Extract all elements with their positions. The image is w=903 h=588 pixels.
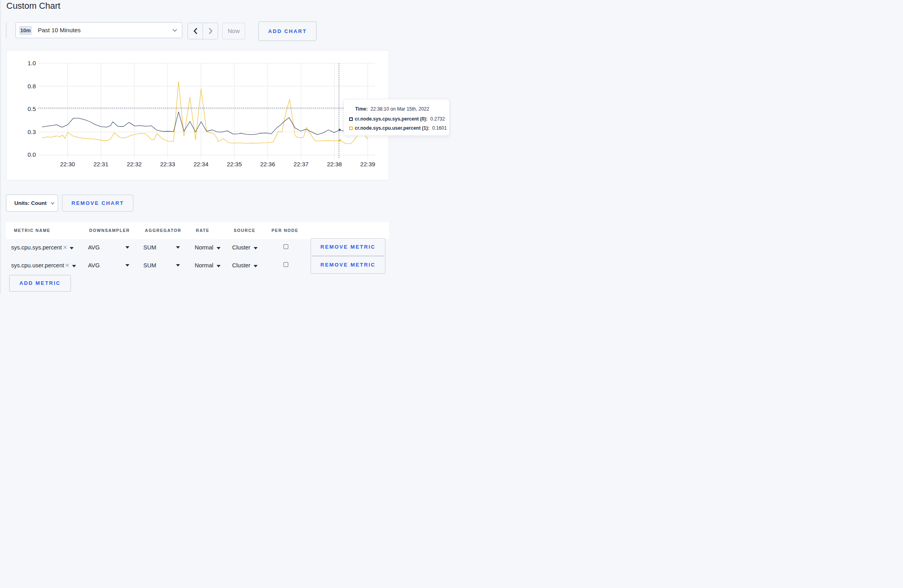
svg-text:22:37: 22:37: [293, 161, 309, 167]
svg-text:0.3: 0.3: [27, 129, 36, 135]
svg-text:22:32: 22:32: [127, 161, 142, 167]
svg-text:22:36: 22:36: [260, 161, 276, 167]
svg-text:1.0: 1.0: [27, 60, 36, 66]
svg-text:0.0: 0.0: [27, 151, 36, 158]
svg-text:0.8: 0.8: [27, 83, 36, 90]
svg-text:22:39: 22:39: [360, 161, 375, 167]
svg-text:22:35: 22:35: [227, 161, 242, 167]
svg-text:0.5: 0.5: [27, 105, 36, 112]
svg-text:22:38: 22:38: [327, 161, 342, 167]
svg-text:22:34: 22:34: [194, 161, 209, 167]
svg-text:22:31: 22:31: [94, 161, 109, 167]
svg-text:22:30: 22:30: [60, 161, 75, 167]
svg-text:22:33: 22:33: [160, 161, 175, 167]
